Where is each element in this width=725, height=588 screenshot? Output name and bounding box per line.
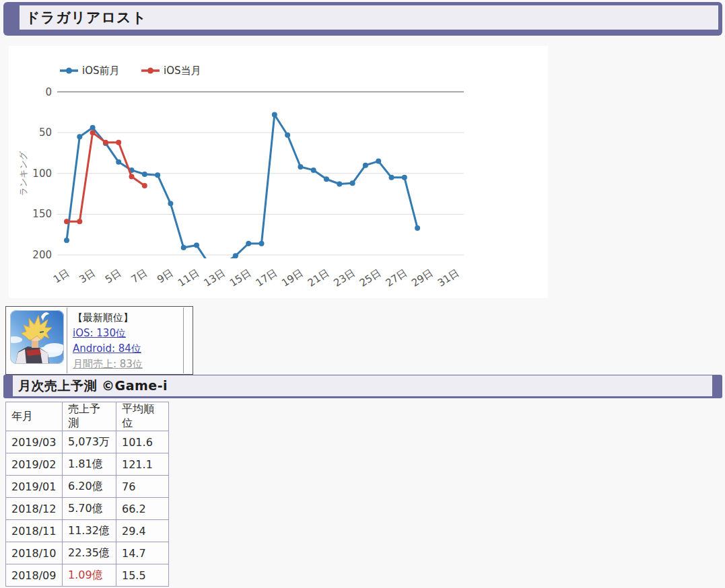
data-point [142, 183, 147, 188]
data-point [233, 253, 238, 258]
table-row: 2019/016.20億76 [6, 476, 169, 498]
table-cell: 29.4 [116, 520, 169, 542]
y-tick-label: 200 [32, 249, 52, 261]
table-cell: 14.7 [116, 542, 169, 564]
data-point [103, 140, 108, 145]
ios-rank-link[interactable]: iOS: 130位 [73, 326, 180, 341]
data-point [311, 168, 316, 173]
data-point [207, 262, 212, 268]
x-tick-label: 19日 [279, 266, 305, 289]
data-point [389, 175, 394, 180]
data-point [272, 112, 277, 117]
x-tick-label: 25日 [357, 266, 383, 289]
sales-table: 年月売上予測平均順位2019/035,073万101.62019/021.81億… [5, 402, 169, 587]
data-point [337, 182, 342, 187]
x-tick-label: 3日 [77, 266, 97, 285]
table-cell: 76 [116, 476, 169, 498]
chart-svg: 050100150200ランキング1日3日5日7日9日11日13日15日17日1… [9, 46, 548, 298]
table-cell: 22.35億 [63, 542, 116, 564]
table-cell: 101.6 [116, 431, 169, 453]
legend-label: iOS前月 [82, 65, 120, 77]
legend-label: iOS当月 [164, 65, 201, 77]
legend-swatch-dot [147, 68, 153, 74]
table-header-cell: 売上予測 [63, 402, 116, 431]
data-point [402, 175, 407, 180]
data-point [324, 176, 329, 182]
x-tick-label: 7日 [129, 266, 149, 285]
x-tick-label: 5日 [103, 266, 123, 285]
legend-swatch-dot [66, 68, 72, 74]
data-point [142, 172, 147, 177]
series-line [67, 114, 417, 264]
data-point [181, 245, 186, 250]
latest-rank-heading: 【最新順位】 [73, 311, 133, 324]
x-tick-label: 27日 [384, 266, 409, 289]
table-cell: 6.20億 [63, 476, 116, 498]
table-row: 2018/091.09億15.5 [6, 564, 169, 587]
table-cell: 2018/11 [6, 520, 63, 542]
x-tick-label: 29日 [409, 266, 435, 289]
table-cell: 1.81億 [63, 453, 116, 476]
table-cell: 2019/03 [6, 431, 63, 453]
table-row: 2018/1111.32億29.4 [6, 520, 169, 542]
sales-section-title: 月次売上予測 ©Game-i [18, 377, 168, 395]
android-rank-link[interactable]: Android: 84位 [73, 341, 180, 357]
page: ドラガリアロスト 050100150200ランキング1日3日5日7日9日11日1… [0, 0, 725, 588]
table-cell: 2018/10 [6, 542, 63, 564]
x-tick-label: 1日 [51, 266, 71, 285]
table-cell: 2018/09 [6, 564, 63, 587]
y-axis-title: ランキング [18, 151, 28, 196]
chart-legend: iOS前月iOS当月 [60, 65, 201, 77]
table-header-cell: 年月 [6, 402, 63, 431]
data-point [77, 219, 82, 224]
data-point [285, 133, 290, 138]
table-cell: 2019/01 [6, 476, 63, 498]
data-point [168, 201, 173, 207]
data-point [298, 164, 303, 170]
data-point [155, 172, 160, 178]
x-tick-label: 13日 [201, 266, 227, 289]
data-point [259, 241, 265, 246]
x-tick-label: 23日 [331, 266, 357, 289]
data-point [116, 159, 121, 165]
table-cell: 5,073万 [63, 431, 116, 453]
rank-box-spacer [184, 307, 192, 373]
table-cell: 15.5 [116, 564, 169, 587]
table-row: 2019/021.81億121.1 [6, 453, 169, 476]
game-app-icon [10, 310, 64, 364]
x-tick-label: 21日 [306, 266, 331, 289]
sales-section-header: 月次売上予測 ©Game-i [3, 375, 722, 398]
data-point [116, 140, 121, 145]
x-tick-label: 9日 [155, 266, 175, 285]
latest-rank-text: 【最新順位】 iOS: 130位 Android: 84位 月間売上: 83位 [67, 307, 184, 373]
table-cell: 2019/02 [6, 453, 63, 476]
table-header-cell: 平均順位 [116, 402, 169, 431]
data-point [415, 225, 420, 231]
table-cell: 66.2 [116, 498, 169, 520]
data-point [90, 125, 96, 131]
x-tick-label: 17日 [254, 266, 279, 289]
table-cell: 2018/12 [6, 498, 63, 520]
page-title: ドラガリアロスト [26, 8, 147, 27]
latest-rank-box: 【最新順位】 iOS: 130位 Android: 84位 月間売上: 83位 [5, 306, 193, 375]
sales-table-body: 年月売上予測平均順位2019/035,073万101.62019/021.81億… [6, 402, 169, 587]
y-tick-label: 50 [39, 126, 52, 139]
data-point [350, 180, 355, 186]
table-row: 2018/125.70億66.2 [6, 498, 169, 520]
data-point [363, 163, 368, 168]
table-header-row: 年月売上予測平均順位 [6, 402, 169, 431]
data-point [194, 242, 199, 248]
ranking-chart: 050100150200ランキング1日3日5日7日9日11日13日15日17日1… [9, 46, 548, 298]
x-tick-label: 31日 [436, 266, 461, 289]
table-row: 2019/035,073万101.6 [6, 431, 169, 453]
data-point [64, 219, 69, 224]
data-point [376, 159, 381, 164]
monthly-sales-rank-link[interactable]: 月間売上: 83位 [73, 357, 180, 372]
game-icon-cell [7, 307, 67, 373]
table-cell: 1.09億 [63, 564, 116, 587]
table-cell: 5.70億 [63, 498, 116, 520]
page-title-bar: ドラガリアロスト [3, 2, 722, 36]
table-row: 2018/1022.35億14.7 [6, 542, 169, 564]
data-point [64, 237, 69, 243]
table-cell: 11.32億 [63, 520, 116, 542]
